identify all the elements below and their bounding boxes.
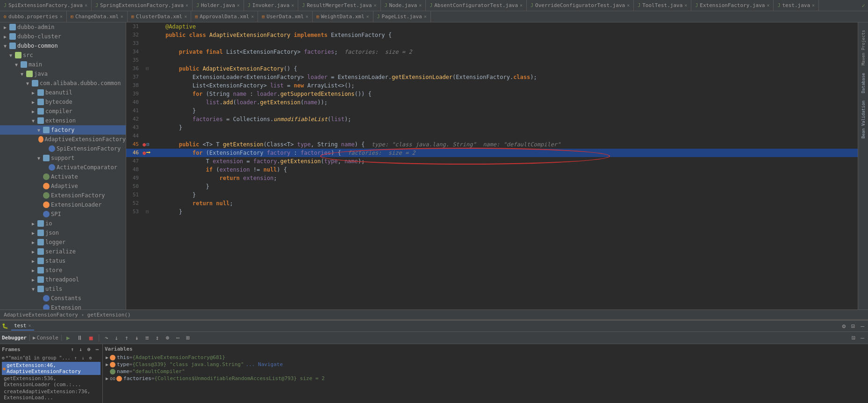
frames-up-icon[interactable]: ↑	[69, 346, 76, 353]
tab-close-icon[interactable]: ×	[419, 3, 422, 8]
tab-tool-test[interactable]: J ToolTest.java ×	[634, 0, 691, 11]
stop-button[interactable]: ■	[87, 334, 95, 342]
frames-filter-icon[interactable]: ⊕	[86, 346, 93, 353]
sidebar-item-activate-comparator[interactable]: ActivateComparator	[0, 163, 126, 172]
tab-cluster-data-xml[interactable]: ⊞ ClusterData.xml ×	[128, 11, 191, 22]
sidebar-item-extension-loader[interactable]: ExtensionLoader	[0, 200, 126, 209]
session-close-icon[interactable]: ×	[29, 323, 31, 328]
sidebar-item-extension-factory[interactable]: ExtensionFactory	[0, 191, 126, 200]
frame-item-1[interactable]: getExtension:536, ExtensionLoader (com.:…	[2, 375, 100, 388]
step-over-button[interactable]: ↷	[103, 334, 110, 342]
tab-invoker[interactable]: J Invoker.java ×	[244, 0, 299, 11]
sidebar-item-support[interactable]: ▼ support	[0, 153, 126, 163]
sidebar-item-beanutil[interactable]: ▶ beanutil	[0, 88, 126, 97]
tab-close-icon[interactable]: ×	[184, 14, 187, 19]
tab-close-icon[interactable]: ×	[85, 3, 87, 8]
tab-node[interactable]: J Node.java ×	[381, 0, 426, 11]
tab-absent-configurator-test[interactable]: J AbsentConfiguratorTest.java ×	[426, 0, 527, 11]
sidebar-item-com-alibaba-dubbo-common[interactable]: ▼ com.alibaba.dubbo.common	[0, 79, 126, 88]
sidebar-item-serialize[interactable]: ▶ serialize	[0, 247, 126, 256]
var-item-this[interactable]: ▶ this = {AdaptiveExtensionFactory@681}	[105, 354, 866, 361]
sidebar-item-factory[interactable]: ▼ factory	[0, 125, 126, 135]
tab-dubbo-properties[interactable]: ⚙ dubbo.properties ×	[0, 11, 67, 22]
var-item-factories[interactable]: ▶ oo factories = {Collections$Unmodifiab…	[105, 375, 866, 382]
sidebar-item-utils[interactable]: ▼ utils	[0, 284, 126, 294]
maximize-icon[interactable]: ⊡	[849, 322, 857, 330]
tab-approval-data-xml[interactable]: ⊞ ApprovalData.xml ×	[191, 11, 258, 22]
frames-more-icon[interactable]: ⋯	[93, 346, 100, 353]
tab-holder[interactable]: J Holder.java ×	[193, 0, 244, 11]
sidebar-item-io[interactable]: ▶ io	[0, 219, 126, 228]
var-item-type[interactable]: ▶ type = {Class@339} "class java.lang.St…	[105, 361, 866, 368]
frame-item-2[interactable]: createAdaptiveExtension:736, ExtensionLo…	[2, 388, 100, 401]
tab-weight-data-xml[interactable]: ⊞ WeightData.xml ×	[313, 11, 373, 22]
step-into-button[interactable]: ↓	[113, 334, 120, 342]
tab-spi-extension-factory[interactable]: J SpiExtensionFactory.java ×	[0, 0, 92, 11]
sidebar-item-extension[interactable]: Extension	[0, 303, 126, 309]
tab-close-icon[interactable]: ×	[251, 14, 254, 19]
tab-close-icon[interactable]: ×	[186, 3, 188, 8]
tab-close-icon[interactable]: ×	[373, 3, 376, 8]
sidebar-item-src[interactable]: ▼ src	[0, 50, 126, 60]
thread-down-icon[interactable]: ↓	[80, 355, 86, 361]
sidebar-item-main[interactable]: ▼ main	[0, 60, 126, 69]
tab-close-icon[interactable]: ×	[306, 14, 308, 19]
tab-close-icon[interactable]: ×	[237, 3, 240, 8]
tab-user-data-xml[interactable]: ⊞ UserData.xml ×	[258, 11, 313, 22]
sidebar-item-activate[interactable]: Activate	[0, 172, 126, 181]
tab-override-configurator-test[interactable]: J OverrideConfiguratorTest.java ×	[527, 0, 634, 11]
tab-close-icon[interactable]: ×	[767, 3, 769, 8]
tab-close-icon[interactable]: ×	[812, 3, 815, 8]
debug-session-tab[interactable]: test ×	[11, 322, 34, 331]
sidebar-item-logger[interactable]: ▶ logger	[0, 237, 126, 247]
tab-close-icon[interactable]: ×	[121, 14, 123, 19]
var-item-name[interactable]: ▶ name = "defaultCompiler"	[105, 368, 866, 375]
sidebar-item-dubbo-common[interactable]: ▼ dubbo-common	[0, 41, 126, 50]
sidebar-item-adaptive[interactable]: Adaptive	[0, 181, 126, 191]
right-panel-maven-projects[interactable]: Maven Projects	[860, 26, 867, 69]
tab-page-list-java[interactable]: J PageList.java ×	[373, 11, 431, 22]
run-to-cursor-button[interactable]: ↡	[133, 334, 141, 342]
trace-button[interactable]: ↕	[154, 334, 161, 342]
tab-close-icon[interactable]: ×	[366, 14, 369, 19]
frame-item-0[interactable]: ● getExtension:46, AdaptiveExtensionFact…	[2, 362, 100, 375]
sidebar-item-extension[interactable]: ▼ extension	[0, 116, 126, 125]
tab-close-icon[interactable]: ×	[291, 3, 294, 8]
step-out-button[interactable]: ↑	[123, 334, 130, 342]
thread-filter-icon[interactable]: ⊕	[87, 355, 94, 361]
sidebar-item-dubbo-cluster[interactable]: ▶ dubbo-cluster	[0, 32, 126, 41]
right-panel-database[interactable]: Database	[860, 69, 867, 97]
sidebar-item-spi[interactable]: SPI	[0, 209, 126, 219]
navigate-link[interactable]: ... Navigate	[246, 361, 283, 367]
tab-change-data-xml[interactable]: ⊞ ChangeData.xml ×	[67, 11, 128, 22]
sidebar-item-status[interactable]: ▶ status	[0, 256, 126, 266]
tab-close-icon[interactable]: ×	[684, 3, 687, 8]
sidebar-item-adaptive-extension-factory[interactable]: AdaptiveExtensionFactory	[0, 135, 126, 144]
tab-close-icon[interactable]: ×	[424, 14, 427, 19]
right-panel-bean-validation[interactable]: Bean Validation	[860, 97, 867, 142]
tab-spring-extension-factory[interactable]: J SpringExtensionFactory.java ×	[92, 0, 193, 11]
close-panel-button[interactable]: —	[859, 334, 866, 342]
tab-test-java[interactable]: J test.java ×	[774, 0, 819, 11]
resume-button[interactable]: ▶	[65, 334, 72, 342]
minimize-icon[interactable]: —	[859, 322, 866, 330]
settings-icon[interactable]: ⚙	[840, 322, 848, 330]
expand-panel-button[interactable]: ⊡	[850, 334, 857, 342]
tab-extension-factory[interactable]: J ExtensionFactory.java ×	[691, 0, 774, 11]
pause-button[interactable]: ⏸	[75, 334, 85, 342]
sidebar-item-dubbo-admin[interactable]: ▶ dubbo-admin	[0, 22, 126, 32]
thread-up-icon[interactable]: ↑	[72, 355, 79, 361]
frames-down-icon[interactable]: ↓	[77, 346, 84, 353]
sidebar-item-store[interactable]: ▶ store	[0, 266, 126, 275]
sidebar-item-threadpool[interactable]: ▶ threadpool	[0, 275, 126, 284]
sidebar-item-constants[interactable]: Constants	[0, 294, 126, 303]
sidebar-item-json[interactable]: ▶ json	[0, 228, 126, 237]
evaluate-button[interactable]: ≡	[143, 334, 151, 342]
tab-close-icon[interactable]: ×	[627, 3, 630, 8]
sidebar-item-compiler[interactable]: ▶ compiler	[0, 107, 126, 116]
tab-result-merger-test[interactable]: J ResultMergerTest.java ×	[298, 0, 380, 11]
tab-close-icon[interactable]: ×	[520, 3, 523, 8]
layout-button[interactable]: ⊞	[184, 334, 192, 342]
tab-close-icon[interactable]: ×	[60, 14, 63, 19]
sidebar-item-bytecode[interactable]: ▶ bytecode	[0, 97, 126, 107]
